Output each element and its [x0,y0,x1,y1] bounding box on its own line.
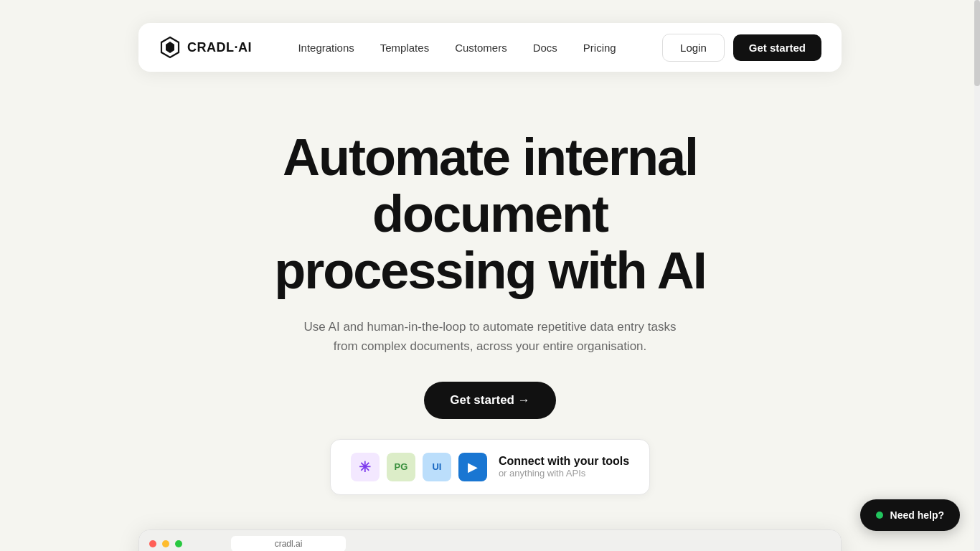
nav-links: Integrations Templates Customers Docs Pr… [298,42,616,54]
nav-docs[interactable]: Docs [533,42,557,54]
make-icon: ▶ [458,453,487,481]
chat-widget[interactable]: Need help? [860,499,960,531]
hero-section: Automate internal document processing wi… [0,72,980,551]
integration-connect-text: Connect with your tools [499,455,629,468]
nav-actions: Login Get started [662,34,821,62]
navbar: CRADL·AI Integrations Templates Customer… [138,23,842,72]
chrome-bar: cradl.ai [139,530,841,551]
nav-pricing[interactable]: Pricing [583,42,616,54]
scrollbar-track [974,0,980,551]
nav-integrations[interactable]: Integrations [298,42,354,54]
url-bar: cradl.ai [231,536,346,551]
chat-online-dot [876,512,883,519]
chat-label: Need help? [890,509,944,521]
logo-text: CRADL·AI [187,40,252,55]
chrome-dot-yellow [162,540,169,547]
logo-link[interactable]: CRADL·AI [159,36,252,59]
hero-title: Automate internal document processing wi… [196,129,784,300]
hero-subtitle: Use AI and human-in-the-loop to automate… [303,317,677,356]
anthropic-icon: ✳ [351,453,380,481]
logo-icon [159,36,182,59]
chrome-dot-green [175,540,182,547]
integration-text: Connect with your tools or anything with… [499,455,629,479]
get-started-hero-button[interactable]: Get started → [424,382,555,419]
nav-templates[interactable]: Templates [380,42,429,54]
integration-api-text: or anything with APIs [499,468,629,479]
chrome-dot-red [149,540,156,547]
screenshot-preview: cradl.ai ⚙ Setup ▷ Runs Flows/ [138,529,842,551]
login-button[interactable]: Login [662,34,725,62]
integration-banner: ✳ PG UI ▶ Connect with your tools or any… [330,439,650,495]
nav-customers[interactable]: Customers [455,42,507,54]
get-started-nav-button[interactable]: Get started [733,34,821,61]
scrollbar-thumb[interactable] [974,0,980,86]
ui-icon: UI [423,453,451,481]
svg-marker-1 [166,42,174,53]
integration-icons: ✳ PG UI ▶ [351,453,487,481]
pg-icon: PG [387,453,415,481]
